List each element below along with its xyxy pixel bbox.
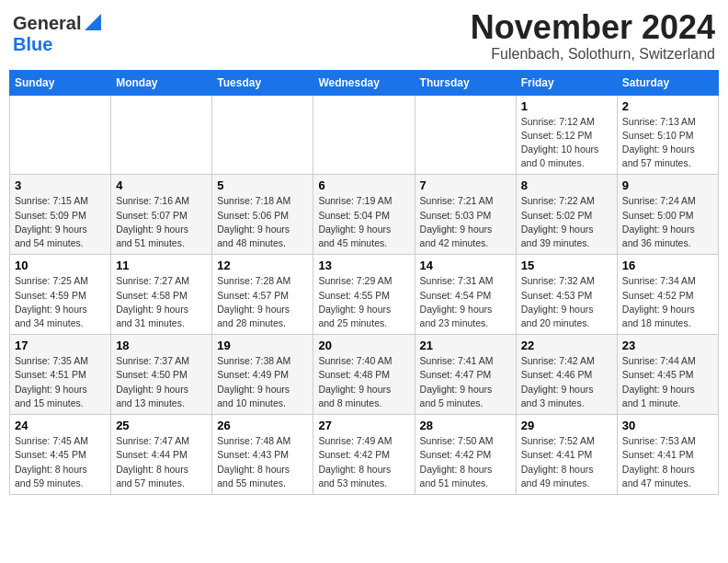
calendar-week-row: 1Sunrise: 7:12 AMSunset: 5:12 PMDaylight… [10, 95, 719, 175]
day-number: 12 [217, 259, 308, 272]
day-info: Sunrise: 7:44 AMSunset: 4:45 PMDaylight:… [622, 354, 713, 410]
calendar-day-cell: 16Sunrise: 7:34 AMSunset: 4:52 PMDayligh… [617, 255, 718, 335]
day-number: 11 [116, 259, 207, 272]
weekday-header-friday: Friday [516, 70, 617, 95]
day-number: 16 [622, 259, 713, 272]
day-info: Sunrise: 7:29 AMSunset: 4:55 PMDaylight:… [318, 274, 409, 330]
month-title: November 2024 [471, 9, 715, 46]
day-info: Sunrise: 7:47 AMSunset: 4:44 PMDaylight:… [116, 434, 207, 490]
day-info: Sunrise: 7:28 AMSunset: 4:57 PMDaylight:… [217, 274, 308, 330]
calendar-day-cell: 5Sunrise: 7:18 AMSunset: 5:06 PMDaylight… [212, 175, 313, 255]
day-number: 15 [521, 259, 612, 272]
day-number: 8 [521, 178, 612, 192]
calendar-day-cell: 3Sunrise: 7:15 AMSunset: 5:09 PMDaylight… [10, 175, 111, 255]
day-number: 24 [15, 419, 106, 432]
weekday-header-sunday: Sunday [10, 70, 111, 95]
logo: General Blue [13, 9, 103, 55]
day-number: 17 [15, 339, 106, 352]
calendar-day-cell: 20Sunrise: 7:40 AMSunset: 4:48 PMDayligh… [313, 335, 415, 415]
day-number: 25 [116, 419, 207, 432]
calendar-day-cell: 12Sunrise: 7:28 AMSunset: 4:57 PMDayligh… [212, 255, 313, 335]
weekday-header-row: SundayMondayTuesdayWednesdayThursdayFrid… [10, 70, 719, 95]
day-number: 1 [521, 99, 612, 113]
calendar-day-cell: 21Sunrise: 7:41 AMSunset: 4:47 PMDayligh… [415, 335, 516, 415]
day-info: Sunrise: 7:27 AMSunset: 4:58 PMDaylight:… [116, 274, 207, 330]
calendar-day-cell: 7Sunrise: 7:21 AMSunset: 5:03 PMDaylight… [415, 175, 516, 255]
calendar-day-cell: 28Sunrise: 7:50 AMSunset: 4:42 PMDayligh… [415, 415, 516, 495]
calendar-day-cell: 25Sunrise: 7:47 AMSunset: 4:44 PMDayligh… [111, 415, 212, 495]
empty-cell [313, 95, 415, 175]
logo-icon [83, 12, 103, 32]
empty-cell [415, 95, 516, 175]
day-number: 9 [622, 178, 713, 192]
empty-cell [212, 95, 313, 175]
calendar-day-cell: 29Sunrise: 7:52 AMSunset: 4:41 PMDayligh… [516, 415, 617, 495]
calendar-day-cell: 30Sunrise: 7:53 AMSunset: 4:41 PMDayligh… [617, 415, 718, 495]
day-info: Sunrise: 7:34 AMSunset: 4:52 PMDaylight:… [622, 274, 713, 330]
calendar-week-row: 24Sunrise: 7:45 AMSunset: 4:45 PMDayligh… [10, 415, 719, 495]
day-info: Sunrise: 7:18 AMSunset: 5:06 PMDaylight:… [217, 194, 308, 250]
day-info: Sunrise: 7:16 AMSunset: 5:07 PMDaylight:… [116, 194, 207, 250]
empty-cell [111, 95, 212, 175]
day-number: 21 [420, 339, 511, 352]
day-info: Sunrise: 7:48 AMSunset: 4:43 PMDaylight:… [217, 434, 308, 490]
location-subtitle: Fulenbach, Solothurn, Switzerland [471, 46, 715, 63]
day-number: 14 [420, 259, 511, 272]
day-info: Sunrise: 7:50 AMSunset: 4:42 PMDaylight:… [420, 434, 511, 490]
calendar-day-cell: 23Sunrise: 7:44 AMSunset: 4:45 PMDayligh… [617, 335, 718, 415]
day-number: 30 [622, 419, 713, 432]
day-info: Sunrise: 7:52 AMSunset: 4:41 PMDaylight:… [521, 434, 612, 490]
day-info: Sunrise: 7:45 AMSunset: 4:45 PMDaylight:… [15, 434, 106, 490]
day-number: 29 [521, 419, 612, 432]
day-info: Sunrise: 7:38 AMSunset: 4:49 PMDaylight:… [217, 354, 308, 410]
weekday-header-saturday: Saturday [617, 70, 718, 95]
calendar-week-row: 10Sunrise: 7:25 AMSunset: 4:59 PMDayligh… [10, 255, 719, 335]
day-info: Sunrise: 7:37 AMSunset: 4:50 PMDaylight:… [116, 354, 207, 410]
calendar-day-cell: 15Sunrise: 7:32 AMSunset: 4:53 PMDayligh… [516, 255, 617, 335]
day-number: 2 [622, 99, 713, 113]
svg-marker-0 [85, 14, 101, 30]
day-info: Sunrise: 7:21 AMSunset: 5:03 PMDaylight:… [420, 194, 511, 250]
day-info: Sunrise: 7:42 AMSunset: 4:46 PMDaylight:… [521, 354, 612, 410]
day-info: Sunrise: 7:15 AMSunset: 5:09 PMDaylight:… [15, 194, 106, 250]
calendar-day-cell: 9Sunrise: 7:24 AMSunset: 5:00 PMDaylight… [617, 175, 718, 255]
calendar-day-cell: 8Sunrise: 7:22 AMSunset: 5:02 PMDaylight… [516, 175, 617, 255]
logo-blue-text: Blue [13, 34, 52, 54]
day-number: 10 [15, 259, 106, 272]
day-info: Sunrise: 7:25 AMSunset: 4:59 PMDaylight:… [15, 274, 106, 330]
day-info: Sunrise: 7:13 AMSunset: 5:10 PMDaylight:… [622, 115, 713, 171]
day-info: Sunrise: 7:35 AMSunset: 4:51 PMDaylight:… [15, 354, 106, 410]
title-section: November 2024 Fulenbach, Solothurn, Swit… [471, 9, 715, 63]
day-number: 23 [622, 339, 713, 352]
calendar-day-cell: 11Sunrise: 7:27 AMSunset: 4:58 PMDayligh… [111, 255, 212, 335]
calendar-day-cell: 17Sunrise: 7:35 AMSunset: 4:51 PMDayligh… [10, 335, 111, 415]
empty-cell [10, 95, 111, 175]
calendar-day-cell: 27Sunrise: 7:49 AMSunset: 4:42 PMDayligh… [313, 415, 415, 495]
weekday-header-thursday: Thursday [415, 70, 516, 95]
day-number: 18 [116, 339, 207, 352]
calendar-day-cell: 4Sunrise: 7:16 AMSunset: 5:07 PMDaylight… [111, 175, 212, 255]
day-number: 22 [521, 339, 612, 352]
calendar-day-cell: 6Sunrise: 7:19 AMSunset: 5:04 PMDaylight… [313, 175, 415, 255]
logo-general-text: General [13, 13, 81, 34]
calendar-day-cell: 13Sunrise: 7:29 AMSunset: 4:55 PMDayligh… [313, 255, 415, 335]
weekday-header-wednesday: Wednesday [313, 70, 415, 95]
day-number: 19 [217, 339, 308, 352]
calendar-week-row: 17Sunrise: 7:35 AMSunset: 4:51 PMDayligh… [10, 335, 719, 415]
day-number: 26 [217, 419, 308, 432]
day-number: 6 [318, 178, 409, 192]
day-info: Sunrise: 7:40 AMSunset: 4:48 PMDaylight:… [318, 354, 409, 410]
calendar-day-cell: 2Sunrise: 7:13 AMSunset: 5:10 PMDaylight… [617, 95, 718, 175]
page-header: General Blue November 2024 Fulenbach, So… [9, 9, 719, 63]
day-number: 20 [318, 339, 409, 352]
day-number: 13 [318, 259, 409, 272]
calendar-week-row: 3Sunrise: 7:15 AMSunset: 5:09 PMDaylight… [10, 175, 719, 255]
day-info: Sunrise: 7:12 AMSunset: 5:12 PMDaylight:… [521, 115, 612, 171]
calendar-day-cell: 18Sunrise: 7:37 AMSunset: 4:50 PMDayligh… [111, 335, 212, 415]
calendar-day-cell: 10Sunrise: 7:25 AMSunset: 4:59 PMDayligh… [10, 255, 111, 335]
day-info: Sunrise: 7:31 AMSunset: 4:54 PMDaylight:… [420, 274, 511, 330]
calendar-table: SundayMondayTuesdayWednesdayThursdayFrid… [9, 70, 719, 495]
day-info: Sunrise: 7:53 AMSunset: 4:41 PMDaylight:… [622, 434, 713, 490]
day-info: Sunrise: 7:24 AMSunset: 5:00 PMDaylight:… [622, 194, 713, 250]
calendar-day-cell: 19Sunrise: 7:38 AMSunset: 4:49 PMDayligh… [212, 335, 313, 415]
